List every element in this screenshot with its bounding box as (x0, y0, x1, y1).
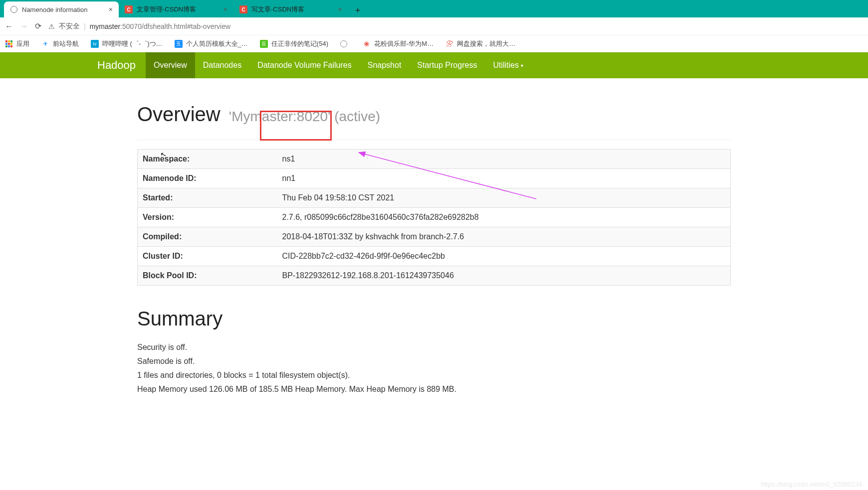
bookmark-item[interactable] (340, 40, 351, 47)
table-value: 2018-04-18T01:33Z by kshvachk from branc… (277, 227, 731, 247)
bookmark-item[interactable]: ✈ 前站导航 (41, 39, 79, 48)
csdn-icon: C (239, 5, 247, 13)
brand[interactable]: Hadoop (97, 59, 136, 72)
nav-datanodes[interactable]: Datanodes (195, 52, 249, 78)
bookmark-icon: ❀ (363, 40, 371, 48)
summary-heading: Summary (137, 308, 731, 330)
table-row: Started:Thu Feb 04 19:58:10 CST 2021 (138, 188, 731, 208)
nav-startup[interactable]: Startup Progress (409, 52, 485, 78)
nav-overview[interactable]: Overview (146, 52, 195, 78)
chevron-down-icon: ▾ (521, 63, 523, 68)
insecure-label: 不安全 (59, 22, 80, 31)
table-row: Version:2.7.6, r085099c66cf28be31604560c… (138, 208, 731, 227)
bookmark-icon: 豆 (260, 40, 268, 48)
browser-tab[interactable]: C 写文章-CSDN博客 × (233, 1, 348, 17)
table-row: Namespace:ns1 (138, 150, 731, 169)
bookmark-icon: tv (91, 40, 99, 48)
tab-title: 写文章-CSDN博客 (251, 5, 304, 14)
close-icon[interactable]: × (109, 5, 113, 13)
globe-icon (340, 40, 347, 47)
summary-line: Safemode is off. (137, 357, 731, 366)
summary-line: Heap Memory used 126.06 MB of 185.5 MB H… (137, 385, 731, 394)
bookmark-item[interactable]: ❀ 花粉俱乐部-华为M… (363, 39, 434, 48)
new-tab-button[interactable]: + (348, 5, 368, 16)
bookmark-icon: ✈ (41, 40, 49, 48)
browser-tab[interactable]: C 文章管理-CSDN博客 × (119, 1, 233, 17)
back-button[interactable]: ← (5, 22, 13, 31)
table-row: Block Pool ID:BP-1822932612-192.168.8.20… (138, 266, 731, 286)
summary-line: 1 files and directories, 0 blocks = 1 to… (137, 371, 731, 380)
tab-title: Namenode information (22, 6, 88, 13)
nav-utilities[interactable]: Utilities▾ (485, 52, 531, 78)
url-text: mymaster:50070/dfshealth.html#tab-overvi… (90, 22, 230, 30)
table-value: CID-228bb7c2-cd32-426d-9f9f-0e96ec4ec2bb (277, 247, 731, 266)
table-label: Namespace: (138, 150, 277, 169)
nav-snapshot[interactable]: Snapshot (360, 52, 410, 78)
tab-title: 文章管理-CSDN博客 (137, 5, 196, 14)
csdn-icon: C (125, 5, 133, 13)
overview-table: Namespace:ns1Namenode ID:nn1Started:Thu … (137, 149, 731, 286)
table-value: nn1 (277, 169, 731, 188)
close-icon[interactable]: × (223, 5, 227, 13)
bookmarks-bar: 应用 ✈ 前站导航 tv 哔哩哔哩 (゜-゜)つ… 五 个人简历模板大全_… 豆… (0, 35, 868, 52)
table-value: BP-1822932612-192.168.8.201-161243973504… (277, 266, 731, 286)
url-bar[interactable]: ⚠ 不安全 | mymaster:50070/dfshealth.html#ta… (48, 22, 863, 31)
bookmark-item[interactable]: 五 个人简历模板大全_… (175, 39, 248, 48)
annotation-red-box (260, 111, 332, 141)
nav-volume-failures[interactable]: Datanode Volume Failures (249, 52, 360, 78)
bookmark-item[interactable]: 豆 任正非传的笔记(54) (260, 39, 328, 48)
apps-button[interactable]: 应用 (5, 39, 29, 48)
bookmark-icon: ⛈ (445, 40, 453, 48)
reload-button[interactable]: ⟳ (35, 21, 41, 31)
table-label: Block Pool ID: (138, 266, 277, 286)
summary-line: Security is off. (137, 343, 731, 352)
address-bar: ← → ⟳ ⚠ 不安全 | mymaster:50070/dfshealth.h… (0, 17, 868, 35)
table-row: Compiled:2018-04-18T01:33Z by kshvachk f… (138, 227, 731, 247)
table-label: Started: (138, 188, 277, 208)
page-nav: Hadoop Overview Datanodes Datanode Volum… (0, 52, 868, 78)
browser-tab-active[interactable]: Namenode information × (4, 1, 119, 17)
globe-icon (10, 5, 18, 13)
browser-tab-bar: Namenode information × C 文章管理-CSDN博客 × C… (0, 0, 868, 17)
insecure-icon: ⚠ (48, 22, 55, 30)
bookmark-item[interactable]: ⛈ 网盘搜索，就用大… (445, 39, 515, 48)
bookmark-icon: 五 (175, 40, 183, 48)
apps-icon (5, 40, 13, 48)
table-value: 2.7.6, r085099c66cf28be31604560c376fa282… (277, 208, 731, 227)
table-row: Namenode ID:nn1 (138, 169, 731, 188)
table-value: ns1 (277, 150, 731, 169)
forward-button[interactable]: → (20, 22, 28, 31)
table-label: Namenode ID: (138, 169, 277, 188)
bookmark-item[interactable]: tv 哔哩哔哩 (゜-゜)つ… (91, 39, 163, 48)
table-label: Cluster ID: (138, 247, 277, 266)
overview-heading: Overview 'Mymaster:8020' (active) (137, 103, 731, 126)
table-row: Cluster ID:CID-228bb7c2-cd32-426d-9f9f-0… (138, 247, 731, 266)
close-icon[interactable]: × (338, 5, 342, 13)
title-row: Overview 'Mymaster:8020' (active) (137, 103, 731, 140)
table-value: Thu Feb 04 19:58:10 CST 2021 (277, 188, 731, 208)
table-label: Version: (138, 208, 277, 227)
summary-body: Security is off.Safemode is off.1 files … (137, 343, 731, 394)
table-label: Compiled: (138, 227, 277, 247)
content: Overview 'Mymaster:8020' (active) Namesp… (137, 103, 731, 419)
